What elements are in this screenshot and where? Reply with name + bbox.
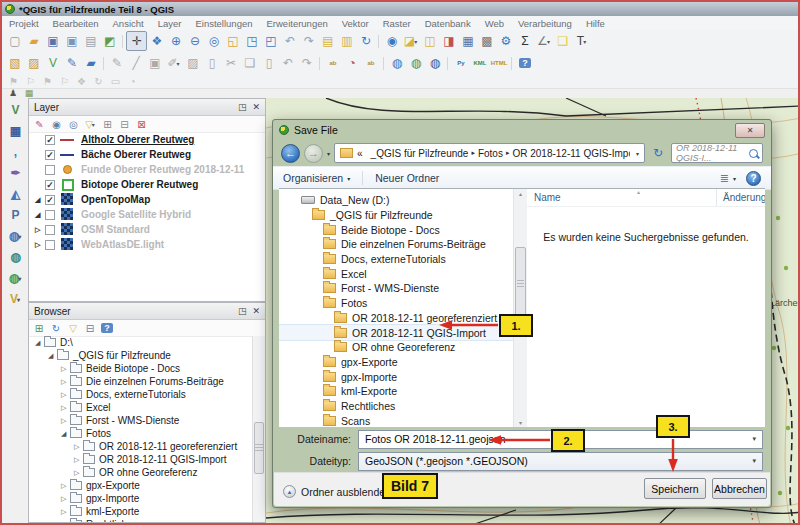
add-spatialite-layer-icon[interactable]: ✒	[5, 164, 25, 182]
open-project-icon[interactable]: ▰	[24, 32, 43, 50]
layer-visibility-checkbox[interactable]: ✓	[45, 135, 55, 145]
measure-icon[interactable]: ∠▾	[534, 32, 553, 50]
map-tips-icon[interactable]: ❑	[553, 32, 572, 50]
filter-legend-icon[interactable]: ◎	[65, 117, 81, 131]
browser-tree-item[interactable]: ▷ Rechtliches	[29, 518, 265, 522]
save-edits-icon[interactable]: ▣	[145, 54, 164, 72]
back-button[interactable]: ←	[281, 144, 300, 163]
folder-tree-item[interactable]: OR ohne Georeferenz	[279, 340, 513, 355]
toolbar-icon[interactable]	[508, 54, 515, 72]
expander-icon[interactable]: ▷	[61, 495, 70, 503]
browser-tree-item[interactable]: ▷ Forst - WMS-Dienste	[29, 414, 265, 427]
menu-item[interactable]: Layer	[151, 18, 189, 29]
layer-visibility-checkbox[interactable]	[45, 210, 55, 220]
data-source-manager-icon[interactable]: ▧	[5, 54, 24, 72]
organize-dropdown-icon[interactable]: ▾	[347, 175, 350, 182]
browser-tree-item[interactable]: ◢ Fotos	[29, 427, 265, 440]
folder-tree-item[interactable]: gpx-Exporte	[279, 355, 513, 370]
pan-map-icon[interactable]: ✛	[126, 31, 147, 51]
browser-tree-item[interactable]: ▷ Die einzelnen Forums-Beiträge	[29, 375, 265, 388]
breadcrumb-segment[interactable]: ▸Fotos	[468, 148, 503, 159]
toggle-editing-icon[interactable]: ╱	[126, 54, 145, 72]
rotate-label-icon[interactable]: ↻	[90, 75, 107, 87]
column-name[interactable]: Name▴	[527, 189, 717, 206]
redo-icon[interactable]: ↷	[297, 54, 316, 72]
breadcrumb[interactable]: « _QGIS für Pilzfreunde▸Fotos▸OR 2018-12…	[334, 143, 645, 163]
add-vector-layer-icon[interactable]: V	[5, 101, 25, 119]
field-calculator-icon[interactable]: ▩	[477, 32, 496, 50]
folder-tree-item[interactable]: Excel	[279, 266, 513, 281]
layer-item[interactable]: ✓ Biotope Oberer Reutweg	[29, 177, 265, 192]
zoom-last-icon[interactable]: ↶	[280, 32, 299, 50]
layer-item[interactable]: Funde Oberer Reutweg 2018-12-11	[29, 162, 265, 177]
expander-icon[interactable]: ▷	[61, 404, 70, 412]
html-tools-icon[interactable]: HTML	[489, 54, 508, 72]
toolbar-icon[interactable]	[375, 32, 382, 50]
refresh-browser-icon[interactable]: ↻	[48, 321, 64, 335]
filetype-dropdown-icon[interactable]: ▾	[752, 457, 756, 465]
georeferencer-icon[interactable]: ♟	[5, 88, 21, 98]
zoom-to-selection-icon[interactable]: ◳	[242, 32, 261, 50]
cut-features-icon[interactable]: ✂	[221, 54, 240, 72]
folder-tree-item[interactable]: Die einzelnen Forums-Beiträge	[279, 237, 513, 252]
undo-icon[interactable]: ↶	[278, 54, 297, 72]
browser-tree-item[interactable]: ▷ gpx-Exporte	[29, 479, 265, 492]
browser-tree-item[interactable]: ▷ Beide Biotope - Docs	[29, 362, 265, 375]
layer-item[interactable]: ▷ OSM Standard	[29, 222, 265, 237]
open-layer-styling-icon[interactable]: ✎	[31, 117, 47, 131]
hide-folders-button[interactable]: ▴ Ordner ausblenden	[283, 485, 391, 498]
move-label-icon[interactable]: ❖	[73, 75, 90, 87]
menu-item[interactable]: Vektor	[335, 18, 376, 29]
kml-tools-icon[interactable]: KML	[470, 54, 489, 72]
menu-item[interactable]: Ansicht	[106, 18, 151, 29]
expander-icon[interactable]: ◢	[35, 339, 44, 347]
toolbar-icon[interactable]	[444, 54, 451, 72]
folder-tree-item[interactable]: Beide Biotope - Docs	[279, 222, 513, 237]
toolbar-icon[interactable]	[316, 54, 323, 72]
view-mode-dropdown-icon[interactable]: ▾	[733, 175, 736, 182]
identify-features-icon[interactable]: ◉	[382, 32, 401, 50]
menu-item[interactable]: Datenbank	[418, 18, 478, 29]
statistics-icon[interactable]: Σ	[515, 32, 534, 50]
folder-tree-item[interactable]: Forst - WMS-Dienste	[279, 281, 513, 296]
menu-item[interactable]: Projekt	[2, 18, 46, 29]
filter-browser-icon[interactable]: ▽	[65, 321, 81, 335]
expander-icon[interactable]: ◢	[48, 352, 57, 360]
expander-icon[interactable]: ▷	[35, 241, 45, 249]
delete-selected-icon[interactable]: ▯	[202, 54, 221, 72]
refresh-map-icon[interactable]: ↻	[356, 32, 375, 50]
browser-tree-item[interactable]: ▷ Docs, externeTutorials	[29, 388, 265, 401]
help-icon[interactable]: ?	[746, 171, 761, 186]
add-raster-layer-icon[interactable]: ▦	[5, 122, 25, 140]
browser-tree-item[interactable]: ▷ OR 2018-12-11 georeferenziert	[29, 440, 265, 453]
add-selected-layers-icon[interactable]: ⊞	[31, 321, 47, 335]
modify-attributes-icon[interactable]: ▨	[183, 54, 202, 72]
menu-item[interactable]: Web	[478, 18, 511, 29]
scrollbar-thumb[interactable]	[254, 422, 264, 474]
folder-tree-item[interactable]: Rechtliches	[279, 399, 513, 414]
zoom-to-layer-icon[interactable]: ◰	[261, 32, 280, 50]
expander-icon[interactable]: ▷	[74, 469, 83, 477]
zoom-full-icon[interactable]: ◱	[223, 32, 242, 50]
processing-toolbox-icon[interactable]: ⚙	[496, 32, 515, 50]
expander-icon[interactable]: ▷	[61, 417, 70, 425]
show-hidden-labels-icon[interactable]: ⚑	[39, 75, 56, 87]
expander-icon[interactable]: ◢	[35, 211, 45, 219]
expander-icon[interactable]: ▷	[61, 365, 70, 373]
hide-labels-icon[interactable]: ⚐	[56, 75, 73, 87]
layer-visibility-checkbox[interactable]	[45, 225, 55, 235]
panel-float-icon[interactable]: ◳	[238, 102, 247, 112]
browser-tree-item[interactable]: ◢ D:\	[29, 336, 265, 349]
labeling-options-icon[interactable]: ab	[361, 54, 380, 72]
change-label-icon[interactable]: ▭	[107, 75, 124, 87]
new-print-layout-icon[interactable]: ▤	[81, 32, 100, 50]
layer-item[interactable]: ◢ ✓ OpenTopoMap	[29, 192, 265, 207]
pan-to-selection-icon[interactable]: ❖	[147, 32, 166, 50]
properties-icon[interactable]: ?	[99, 321, 115, 335]
search-input[interactable]: OR 2018-12-11 QGIS-I...	[671, 143, 763, 163]
history-dropdown-icon[interactable]: ▾	[327, 150, 330, 157]
save-button[interactable]: Speichern	[644, 478, 706, 499]
save-project-as-icon[interactable]: ▣	[62, 32, 81, 50]
add-wfs-layer-icon[interactable]: ◍▾	[5, 269, 25, 287]
new-spatialite-layer-icon[interactable]: ✎	[62, 54, 81, 72]
